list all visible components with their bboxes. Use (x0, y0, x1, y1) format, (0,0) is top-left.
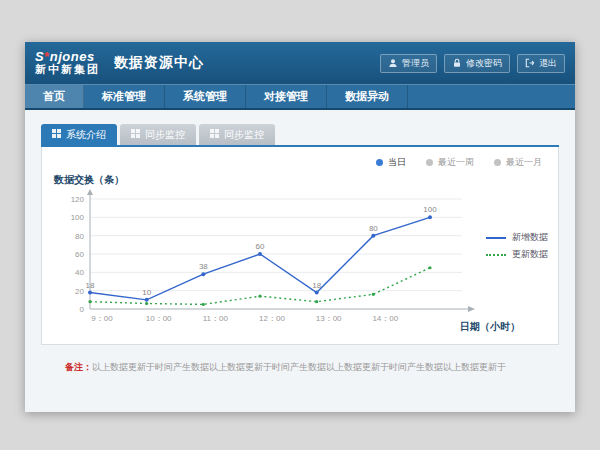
logo-company: 新中新集团 (35, 64, 100, 76)
svg-text:10：00: 10：00 (146, 314, 172, 323)
page-title: 数据资源中心 (114, 54, 204, 72)
dot-icon (426, 159, 433, 166)
svg-text:0: 0 (80, 305, 85, 314)
svg-text:120: 120 (71, 195, 85, 204)
logo: S*njones 新中新集团 (35, 50, 100, 75)
tab-system-intro[interactable]: 系统介绍 (41, 124, 117, 145)
svg-text:20: 20 (75, 287, 84, 296)
grid-icon (210, 129, 219, 140)
admin-label: 管理员 (402, 57, 429, 70)
chart-panel: 当日 最近一周 最近一月 数据交换（条） 0204060801001209：00… (41, 147, 559, 345)
filter-today[interactable]: 当日 (376, 156, 406, 169)
svg-text:60: 60 (75, 250, 84, 259)
tab-sync-monitor-1[interactable]: 同步监控 (120, 124, 196, 145)
filter-last-month[interactable]: 最近一月 (494, 156, 542, 169)
change-password-button[interactable]: 修改密码 (444, 54, 510, 73)
svg-text:60: 60 (256, 242, 265, 251)
svg-text:10: 10 (142, 288, 151, 297)
filter-last-week[interactable]: 最近一周 (426, 156, 474, 169)
svg-text:13：00: 13：00 (316, 314, 342, 323)
svg-text:40: 40 (75, 268, 84, 277)
chart-filters: 当日 最近一周 最近一月 (376, 156, 542, 169)
nav-item-home[interactable]: 首页 (25, 85, 84, 108)
grid-icon (131, 129, 140, 140)
footnote-label: 备注： (65, 362, 92, 372)
content-area: 系统介绍 同步监控 同步监控 当日 最近一周 最近一月 数据交换（条） 0204… (25, 110, 575, 374)
tab-label: 系统介绍 (66, 128, 106, 142)
dotted-line-icon (486, 254, 506, 256)
app-window: S*njones 新中新集团 数据资源中心 管理员 修改密码 退出 首页 标准管… (25, 42, 575, 412)
line-chart: 0204060801001209：0010：0011：0012：0013：001… (50, 187, 490, 335)
user-icon (388, 58, 398, 68)
y-axis-title: 数据交换（条） (54, 173, 124, 187)
lock-icon (452, 58, 462, 68)
footnote: 备注：以上数据更新于时间产生数据以上数据更新于时间产生数据以上数据更新于时间产生… (41, 361, 559, 374)
legend-update-data[interactable]: 更新数据 (486, 246, 548, 263)
legend-label: 新增数据 (512, 231, 548, 244)
series-legend: 新增数据 更新数据 (486, 229, 548, 263)
header: S*njones 新中新集团 数据资源中心 管理员 修改密码 退出 (25, 42, 575, 84)
svg-text:18: 18 (312, 281, 321, 290)
nav-item-connection-mgmt[interactable]: 对接管理 (246, 85, 327, 108)
logo-brand: S*njones (35, 50, 100, 64)
nav-item-data-change[interactable]: 数据异动 (327, 85, 408, 108)
header-actions: 管理员 修改密码 退出 (380, 54, 565, 73)
logout-label: 退出 (539, 57, 557, 70)
footnote-text: 以上数据更新于时间产生数据以上数据更新于时间产生数据以上数据更新于时间产生数据以… (92, 362, 506, 372)
svg-text:100: 100 (71, 213, 85, 222)
solid-line-icon (486, 237, 506, 239)
tab-sync-monitor-2[interactable]: 同步监控 (199, 124, 275, 145)
tab-bar: 系统介绍 同步监控 同步监控 (41, 124, 559, 145)
x-axis-title: 日期（小时） (460, 320, 520, 334)
nav-item-system-mgmt[interactable]: 系统管理 (165, 85, 246, 108)
filter-label: 当日 (388, 156, 406, 169)
admin-button[interactable]: 管理员 (380, 54, 437, 73)
grid-icon (52, 129, 61, 140)
dot-icon (494, 159, 501, 166)
tab-label: 同步监控 (145, 128, 185, 142)
svg-text:14：00: 14：00 (372, 314, 398, 323)
legend-new-data[interactable]: 新增数据 (486, 229, 548, 246)
change-password-label: 修改密码 (466, 57, 502, 70)
dot-icon (376, 159, 383, 166)
logout-button[interactable]: 退出 (517, 54, 565, 73)
filter-label: 最近一周 (438, 156, 474, 169)
svg-text:9：00: 9：00 (91, 314, 113, 323)
filter-label: 最近一月 (506, 156, 542, 169)
svg-text:12：00: 12：00 (259, 314, 285, 323)
svg-text:80: 80 (369, 224, 378, 233)
svg-text:18: 18 (86, 281, 95, 290)
svg-text:100: 100 (423, 205, 437, 214)
svg-text:80: 80 (75, 232, 84, 241)
svg-text:38: 38 (199, 262, 208, 271)
nav-item-standard-mgmt[interactable]: 标准管理 (84, 85, 165, 108)
svg-text:11：00: 11：00 (203, 314, 229, 323)
main-nav: 首页 标准管理 系统管理 对接管理 数据异动 (25, 84, 575, 110)
logout-icon (525, 58, 535, 68)
tab-label: 同步监控 (224, 128, 264, 142)
legend-label: 更新数据 (512, 248, 548, 261)
